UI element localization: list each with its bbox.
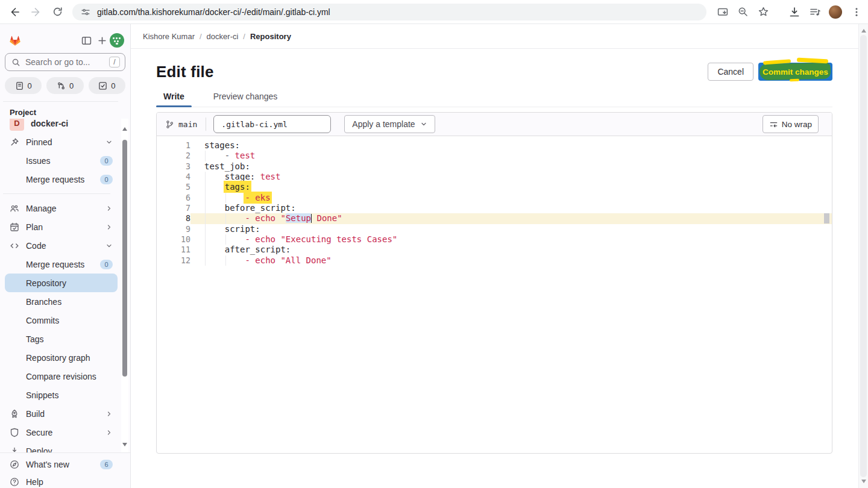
sidebar-item-tags[interactable]: Tags (5, 330, 118, 348)
install-app-icon[interactable] (716, 5, 729, 18)
no-wrap-icon (769, 120, 778, 129)
rocket-icon (10, 409, 19, 419)
forward-icon[interactable] (30, 5, 42, 18)
merge-requests-count-pill[interactable]: 0 (46, 77, 83, 94)
gitlab-logo[interactable] (7, 33, 23, 48)
sidebar-item-code[interactable]: Code (5, 236, 118, 255)
url-bar[interactable]: gitlab.com/tha.kishorekumar/docker-ci/-/… (72, 4, 706, 20)
scroll-down-arrow[interactable] (861, 480, 866, 483)
chevron-right-icon (105, 429, 113, 436)
search-placeholder: Search or go to... (25, 57, 109, 67)
branch-indicator: main (165, 120, 197, 129)
code-editor-area[interactable]: 1 stages: 2 - test 3 test_job: 4 stage: … (157, 136, 832, 454)
sidebar-item-plan[interactable]: Plan (5, 217, 118, 236)
search-shortcut-key: / (109, 57, 120, 67)
sidebar-item-issues[interactable]: Issues 0 (5, 151, 118, 170)
create-new-icon[interactable] (94, 33, 110, 48)
url-text[interactable]: gitlab.com/tha.kishorekumar/docker-ci/-/… (97, 7, 330, 17)
pin-icon (10, 137, 19, 147)
media-controls-icon[interactable] (808, 5, 821, 18)
sidebar-item-compare-revisions[interactable]: Compare revisions (5, 367, 118, 386)
merge-requests-badge: 0 (100, 175, 113, 184)
merge-requests-badge: 0 (100, 260, 113, 269)
chevron-right-icon (105, 224, 113, 231)
scroll-up-arrow[interactable] (122, 127, 127, 131)
chevron-down-icon (420, 120, 427, 128)
no-wrap-button[interactable]: No wrap (763, 115, 819, 133)
overview-ruler-cursor-marker (824, 213, 829, 224)
chevron-right-icon (105, 410, 113, 418)
file-editor: main Apply a template No wrap 1 stages: (156, 112, 832, 454)
breadcrumb-item-current: Repository (250, 32, 291, 41)
main-content: Kishore Kumar / docker-ci / Repository E… (131, 24, 858, 488)
code-line-12: 12 - echo "All Done" (157, 255, 832, 266)
browser-menu-icon[interactable] (850, 5, 863, 18)
code-line-11: 11 after_script: (157, 245, 832, 255)
sidebar-item-repository[interactable]: Repository (5, 274, 118, 292)
code-line-3: 3 test_job: (157, 161, 832, 172)
screen: gitlab.com/tha.kishorekumar/docker-ci/-/… (0, 0, 868, 488)
user-avatar[interactable] (110, 33, 124, 48)
deploy-icon (10, 446, 19, 453)
compass-icon (10, 460, 19, 469)
question-icon (10, 477, 19, 487)
sidebar-item-whats-new[interactable]: What's new 6 (5, 455, 118, 473)
bookmark-star-icon[interactable] (757, 5, 770, 18)
sidebar-toggle-icon[interactable] (78, 33, 94, 48)
search-input[interactable]: Search or go to... / (5, 53, 125, 71)
divider (3, 193, 110, 194)
whats-new-badge: 6 (100, 460, 113, 469)
sidebar-item-project[interactable]: D docker-ci (5, 119, 118, 133)
scrollbar-thumb[interactable] (860, 35, 867, 477)
sidebar-item-build[interactable]: Build (5, 404, 118, 423)
sidebar-item-merge-requests[interactable]: Merge requests 0 (5, 255, 118, 274)
sidebar-item-secure[interactable]: Secure (5, 423, 118, 442)
reload-icon[interactable] (51, 5, 64, 18)
back-icon[interactable] (8, 5, 20, 18)
divider (206, 117, 206, 131)
downloads-icon[interactable] (788, 5, 800, 18)
breadcrumb-item-project[interactable]: docker-ci (207, 32, 239, 41)
sidebar-item-snippets[interactable]: Snippets (5, 386, 118, 404)
sidebar-nav: D docker-ci Pinned Issues 0 Merge reques… (0, 119, 130, 452)
page-scrollbar[interactable] (858, 24, 868, 488)
issues-count-pill[interactable]: 0 (5, 77, 42, 94)
code-line-9: 9 script: (157, 224, 832, 234)
breadcrumb-item-user[interactable]: Kishore Kumar (143, 32, 195, 41)
project-avatar: D (10, 119, 24, 131)
site-info-icon[interactable] (81, 7, 90, 17)
sidebar-item-manage[interactable]: Manage (5, 199, 118, 217)
sidebar-footer: What's new 6 Help (0, 452, 130, 488)
sidebar-scrollbar[interactable] (121, 119, 128, 452)
commit-changes-button[interactable]: Commit changes (758, 63, 832, 81)
code-line-7: 7 before_script: (157, 203, 832, 213)
sidebar-item-deploy[interactable]: Deploy (5, 442, 118, 452)
sidebar-item-branches[interactable]: Branches (5, 292, 118, 311)
sidebar-item-merge-requests-pinned[interactable]: Merge requests 0 (5, 170, 118, 189)
filename-input[interactable] (213, 115, 331, 133)
scroll-down-arrow[interactable] (122, 443, 127, 446)
tab-write[interactable]: Write (156, 92, 192, 107)
issues-badge: 0 (100, 156, 113, 166)
sidebar-item-repository-graph[interactable]: Repository graph (5, 348, 118, 367)
sidebar-item-pinned[interactable]: Pinned (5, 133, 118, 151)
divider (3, 101, 118, 102)
browser-profile-avatar[interactable] (829, 5, 842, 19)
todos-count-pill[interactable]: 0 (89, 77, 125, 94)
sidebar-item-help[interactable]: Help (5, 473, 118, 488)
cancel-button[interactable]: Cancel (708, 63, 753, 81)
chevron-down-icon (105, 242, 113, 249)
shield-icon (10, 428, 19, 437)
code-line-10: 10 - echo "Executing tests Cases" (157, 234, 832, 245)
sidebar-item-commits[interactable]: Commits (5, 311, 118, 330)
code-icon (10, 241, 19, 251)
branch-name: main (178, 120, 197, 129)
highlighted-code-tags: tags: (225, 182, 250, 192)
search-icon (11, 58, 20, 67)
zoom-out-icon[interactable] (737, 5, 749, 18)
scroll-up-arrow[interactable] (861, 29, 866, 33)
code-line-8-current: 8 - echo "Setup Done" (157, 213, 832, 224)
apply-template-dropdown[interactable]: Apply a template (344, 115, 435, 133)
tab-preview-changes[interactable]: Preview changes (206, 92, 285, 107)
scrollbar-thumb[interactable] (122, 140, 127, 377)
